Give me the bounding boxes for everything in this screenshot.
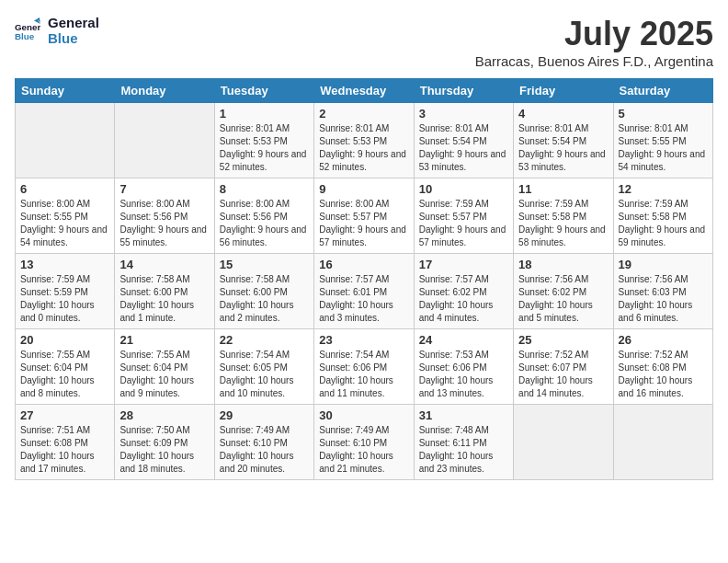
calendar-day-cell: 25Sunrise: 7:52 AMSunset: 6:07 PMDayligh… xyxy=(514,329,613,405)
calendar-day-cell: 10Sunrise: 7:59 AMSunset: 5:57 PMDayligh… xyxy=(414,178,513,254)
calendar-week-row: 20Sunrise: 7:55 AMSunset: 6:04 PMDayligh… xyxy=(16,329,713,405)
calendar-day-cell: 31Sunrise: 7:48 AMSunset: 6:11 PMDayligh… xyxy=(414,405,513,480)
day-number: 22 xyxy=(220,333,309,347)
weekday-header: Monday xyxy=(115,79,214,103)
calendar-day-cell: 22Sunrise: 7:54 AMSunset: 6:05 PMDayligh… xyxy=(214,329,313,405)
day-number: 13 xyxy=(20,258,109,271)
day-info: Sunrise: 8:00 AMSunset: 5:57 PMDaylight:… xyxy=(319,198,408,249)
day-number: 6 xyxy=(20,182,109,196)
logo-text-general: General xyxy=(48,15,99,30)
day-number: 8 xyxy=(220,182,309,196)
day-info: Sunrise: 8:01 AMSunset: 5:53 PMDaylight:… xyxy=(319,122,408,174)
day-info: Sunrise: 7:52 AMSunset: 6:07 PMDaylight:… xyxy=(518,349,608,400)
day-number: 3 xyxy=(419,107,508,121)
day-info: Sunrise: 8:01 AMSunset: 5:53 PMDaylight:… xyxy=(220,122,309,174)
calendar-day-cell: 16Sunrise: 7:57 AMSunset: 6:01 PMDayligh… xyxy=(314,254,414,329)
logo-text-blue: Blue xyxy=(48,30,99,46)
calendar-day-cell: 7Sunrise: 8:00 AMSunset: 5:56 PMDaylight… xyxy=(115,178,214,254)
weekday-header: Sunday xyxy=(16,79,115,103)
calendar-day-cell: 6Sunrise: 8:00 AMSunset: 5:55 PMDaylight… xyxy=(16,178,115,254)
calendar-day-cell: 9Sunrise: 8:00 AMSunset: 5:57 PMDaylight… xyxy=(314,178,414,254)
day-number: 18 xyxy=(518,258,608,271)
day-info: Sunrise: 7:54 AMSunset: 6:05 PMDaylight:… xyxy=(220,349,309,400)
day-number: 11 xyxy=(518,182,608,196)
logo: General Blue General Blue xyxy=(15,15,99,46)
calendar-day-cell: 23Sunrise: 7:54 AMSunset: 6:06 PMDayligh… xyxy=(314,329,414,405)
calendar-day-cell: 29Sunrise: 7:49 AMSunset: 6:10 PMDayligh… xyxy=(214,405,313,480)
day-number: 14 xyxy=(119,258,209,271)
weekday-header: Saturday xyxy=(613,79,712,103)
calendar-day-cell: 20Sunrise: 7:55 AMSunset: 6:04 PMDayligh… xyxy=(16,329,115,405)
day-info: Sunrise: 7:49 AMSunset: 6:10 PMDaylight:… xyxy=(220,424,309,476)
calendar-day-cell: 12Sunrise: 7:59 AMSunset: 5:58 PMDayligh… xyxy=(613,178,712,254)
day-number: 31 xyxy=(419,408,508,422)
day-info: Sunrise: 7:53 AMSunset: 6:06 PMDaylight:… xyxy=(419,349,508,400)
day-info: Sunrise: 7:51 AMSunset: 6:08 PMDaylight:… xyxy=(20,424,109,476)
day-number: 17 xyxy=(419,258,508,271)
day-info: Sunrise: 7:59 AMSunset: 5:57 PMDaylight:… xyxy=(419,198,508,249)
page-header: General Blue General Blue July 2025 Barr… xyxy=(15,15,713,69)
calendar-day-cell: 26Sunrise: 7:52 AMSunset: 6:08 PMDayligh… xyxy=(613,329,712,405)
calendar-day-cell: 1Sunrise: 8:01 AMSunset: 5:53 PMDaylight… xyxy=(214,103,313,178)
day-info: Sunrise: 7:57 AMSunset: 6:01 PMDaylight:… xyxy=(319,273,408,325)
day-info: Sunrise: 7:59 AMSunset: 5:58 PMDaylight:… xyxy=(619,198,708,249)
calendar-day-cell: 17Sunrise: 7:57 AMSunset: 6:02 PMDayligh… xyxy=(414,254,513,329)
day-info: Sunrise: 7:57 AMSunset: 6:02 PMDaylight:… xyxy=(419,273,508,325)
svg-text:Blue: Blue xyxy=(15,31,35,41)
calendar-day-cell: 13Sunrise: 7:59 AMSunset: 5:59 PMDayligh… xyxy=(16,254,115,329)
calendar-week-row: 27Sunrise: 7:51 AMSunset: 6:08 PMDayligh… xyxy=(16,405,713,480)
calendar-day-cell: 14Sunrise: 7:58 AMSunset: 6:00 PMDayligh… xyxy=(115,254,214,329)
calendar-day-cell: 30Sunrise: 7:49 AMSunset: 6:10 PMDayligh… xyxy=(314,405,414,480)
day-info: Sunrise: 8:00 AMSunset: 5:56 PMDaylight:… xyxy=(220,198,309,249)
day-info: Sunrise: 7:59 AMSunset: 5:59 PMDaylight:… xyxy=(20,273,109,325)
calendar-day-cell: 15Sunrise: 7:58 AMSunset: 6:00 PMDayligh… xyxy=(214,254,313,329)
calendar-day-cell: 2Sunrise: 8:01 AMSunset: 5:53 PMDaylight… xyxy=(314,103,414,178)
calendar-day-cell: 24Sunrise: 7:53 AMSunset: 6:06 PMDayligh… xyxy=(414,329,513,405)
title-block: July 2025 Barracas, Buenos Aires F.D., A… xyxy=(475,15,713,69)
calendar-day-cell: 27Sunrise: 7:51 AMSunset: 6:08 PMDayligh… xyxy=(16,405,115,480)
calendar-week-row: 13Sunrise: 7:59 AMSunset: 5:59 PMDayligh… xyxy=(16,254,713,329)
day-number: 2 xyxy=(319,107,408,121)
weekday-header: Friday xyxy=(514,79,613,103)
day-number: 23 xyxy=(319,333,408,347)
day-number: 10 xyxy=(419,182,508,196)
day-info: Sunrise: 8:01 AMSunset: 5:54 PMDaylight:… xyxy=(518,122,608,174)
month-title: July 2025 xyxy=(475,15,713,53)
day-number: 16 xyxy=(319,258,408,271)
day-info: Sunrise: 8:01 AMSunset: 5:55 PMDaylight:… xyxy=(619,122,708,174)
day-number: 5 xyxy=(619,107,708,121)
day-number: 29 xyxy=(220,408,309,422)
day-info: Sunrise: 7:56 AMSunset: 6:02 PMDaylight:… xyxy=(518,273,608,325)
day-number: 27 xyxy=(20,408,109,422)
day-info: Sunrise: 7:55 AMSunset: 6:04 PMDaylight:… xyxy=(20,349,109,400)
day-info: Sunrise: 8:00 AMSunset: 5:56 PMDaylight:… xyxy=(119,198,209,249)
calendar-table: SundayMondayTuesdayWednesdayThursdayFrid… xyxy=(15,78,713,480)
day-info: Sunrise: 7:50 AMSunset: 6:09 PMDaylight:… xyxy=(119,424,209,476)
calendar-day-cell: 8Sunrise: 8:00 AMSunset: 5:56 PMDaylight… xyxy=(214,178,313,254)
day-info: Sunrise: 7:55 AMSunset: 6:04 PMDaylight:… xyxy=(119,349,209,400)
day-info: Sunrise: 7:52 AMSunset: 6:08 PMDaylight:… xyxy=(619,349,708,400)
calendar-week-row: 6Sunrise: 8:00 AMSunset: 5:55 PMDaylight… xyxy=(16,178,713,254)
day-info: Sunrise: 7:54 AMSunset: 6:06 PMDaylight:… xyxy=(319,349,408,400)
day-number: 9 xyxy=(319,182,408,196)
day-number: 30 xyxy=(319,408,408,422)
calendar-day-cell: 21Sunrise: 7:55 AMSunset: 6:04 PMDayligh… xyxy=(115,329,214,405)
calendar-day-cell: 3Sunrise: 8:01 AMSunset: 5:54 PMDaylight… xyxy=(414,103,513,178)
calendar-day-cell xyxy=(514,405,613,480)
day-number: 24 xyxy=(419,333,508,347)
calendar-day-cell xyxy=(613,405,712,480)
day-number: 4 xyxy=(518,107,608,121)
day-number: 1 xyxy=(220,107,309,121)
weekday-header: Tuesday xyxy=(214,79,313,103)
day-number: 25 xyxy=(518,333,608,347)
day-number: 20 xyxy=(20,333,109,347)
day-number: 21 xyxy=(119,333,209,347)
calendar-day-cell xyxy=(16,103,115,178)
day-info: Sunrise: 7:58 AMSunset: 6:00 PMDaylight:… xyxy=(220,273,309,325)
day-info: Sunrise: 8:00 AMSunset: 5:55 PMDaylight:… xyxy=(20,198,109,249)
weekday-header: Wednesday xyxy=(314,79,414,103)
day-info: Sunrise: 7:56 AMSunset: 6:03 PMDaylight:… xyxy=(619,273,708,325)
calendar-day-cell: 4Sunrise: 8:01 AMSunset: 5:54 PMDaylight… xyxy=(514,103,613,178)
day-info: Sunrise: 8:01 AMSunset: 5:54 PMDaylight:… xyxy=(419,122,508,174)
day-info: Sunrise: 7:58 AMSunset: 6:00 PMDaylight:… xyxy=(119,273,209,325)
